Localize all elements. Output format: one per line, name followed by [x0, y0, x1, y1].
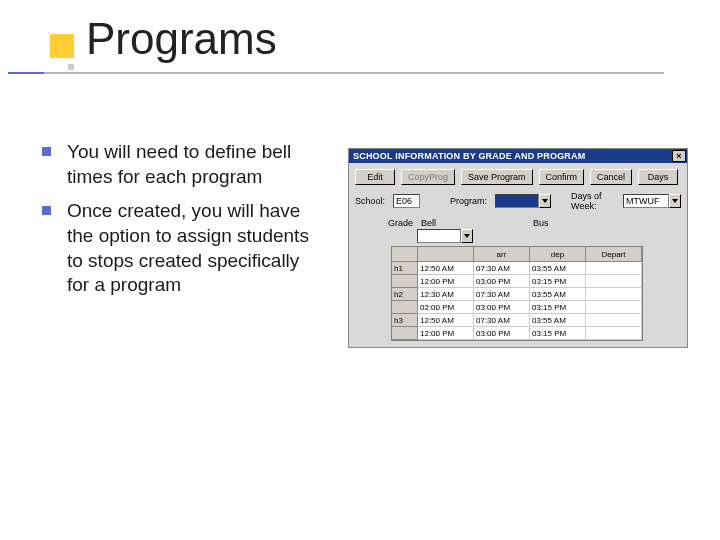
list-item: Once created, you will have the option t…	[42, 199, 322, 298]
bullet-square-icon	[42, 206, 51, 215]
grade-cell: h1	[392, 262, 418, 275]
bullet-square-icon	[42, 147, 51, 156]
table-subheader-row: arr dep Depart	[392, 247, 642, 262]
time-cell[interactable]	[586, 314, 642, 327]
table-row: h1 12:50 AM 07:30 AM 03:55 AM	[392, 262, 642, 275]
school-field[interactable]: E06	[393, 194, 420, 208]
table-row: 12:00 PM 03:00 PM 03:15 PM	[392, 327, 642, 340]
titlebar: SCHOOL INFORMATION BY GRADE AND PROGRAM …	[349, 149, 687, 163]
title-accent-notch	[68, 64, 74, 70]
grade-cell: h2	[392, 288, 418, 301]
col-header-depart: Depart	[586, 247, 642, 261]
app-window: SCHOOL INFORMATION BY GRADE AND PROGRAM …	[348, 148, 688, 348]
confirm-button[interactable]: Confirm	[539, 169, 585, 185]
time-cell[interactable]: 03:15 PM	[530, 275, 586, 288]
time-cell[interactable]: 12:50 AM	[418, 314, 474, 327]
time-cell[interactable]: 12:00 PM	[418, 275, 474, 288]
days-of-week-label: Days of Week:	[571, 191, 615, 211]
time-cell[interactable]: 07:30 AM	[474, 314, 530, 327]
fields-row: School: E06 Program: Days of Week: MTWUF	[349, 188, 687, 214]
grade-cell	[392, 327, 418, 340]
cancel-button[interactable]: Cancel	[590, 169, 632, 185]
time-cell[interactable]	[586, 288, 642, 301]
save-program-button[interactable]: Save Program	[461, 169, 533, 185]
time-cell[interactable]: 03:55 AM	[530, 288, 586, 301]
time-cell[interactable]	[586, 262, 642, 275]
title-accent-square	[50, 34, 74, 58]
chevron-down-icon[interactable]	[539, 194, 551, 208]
window-title: SCHOOL INFORMATION BY GRADE AND PROGRAM	[353, 151, 585, 161]
col-header	[418, 247, 474, 261]
time-cell[interactable]: 03:55 AM	[530, 262, 586, 275]
days-button[interactable]: Days	[638, 169, 678, 185]
time-cell[interactable]: 03:15 PM	[530, 327, 586, 340]
program-value	[495, 194, 539, 208]
time-cell[interactable]: 03:15 PM	[530, 301, 586, 314]
col-header-arr: arr	[474, 247, 530, 261]
slide-title: Programs	[86, 14, 277, 64]
school-label: School:	[355, 196, 385, 206]
time-cell[interactable]: 03:00 PM	[474, 301, 530, 314]
time-cell[interactable]: 12:00 PM	[418, 327, 474, 340]
close-button[interactable]: ×	[672, 150, 686, 162]
time-cell[interactable]: 02:00 PM	[418, 301, 474, 314]
edit-button[interactable]: Edit	[355, 169, 395, 185]
grade-cell: h3	[392, 314, 418, 327]
days-of-week-value: MTWUF	[623, 194, 669, 208]
time-cell[interactable]	[586, 275, 642, 288]
chevron-down-icon[interactable]	[669, 194, 681, 208]
bullet-text: You will need to define bell times for e…	[67, 140, 322, 189]
col-header-dep: dep	[530, 247, 586, 261]
time-cell[interactable]: 03:55 AM	[530, 314, 586, 327]
program-label: Program:	[450, 196, 487, 206]
copy-prog-button[interactable]: CopyProg	[401, 169, 455, 185]
bullet-list: You will need to define bell times for e…	[42, 140, 322, 308]
time-cell[interactable]	[586, 327, 642, 340]
title-rule-accent	[8, 72, 44, 74]
bell-filter-value	[417, 229, 461, 243]
toolbar: Edit CopyProg Save Program Confirm Cance…	[349, 163, 687, 188]
time-cell[interactable]: 03:00 PM	[474, 327, 530, 340]
table-row: 02:00 PM 03:00 PM 03:15 PM	[392, 301, 642, 314]
chevron-down-icon[interactable]	[461, 229, 473, 243]
time-cell[interactable]: 12:30 AM	[418, 288, 474, 301]
time-cell[interactable]: 12:50 AM	[418, 262, 474, 275]
bullet-text: Once created, you will have the option t…	[67, 199, 322, 298]
bell-times-table: Grade Bell Bus arr dep Depart	[349, 214, 687, 347]
grade-cell	[392, 275, 418, 288]
grade-cell	[392, 301, 418, 314]
table-corner	[392, 247, 418, 261]
table-row: 12:00 PM 03:00 PM 03:15 PM	[392, 275, 642, 288]
days-of-week-dropdown[interactable]: MTWUF	[623, 194, 681, 208]
time-cell[interactable]: 07:30 AM	[474, 262, 530, 275]
time-cell[interactable]	[586, 301, 642, 314]
time-cell[interactable]: 07:30 AM	[474, 288, 530, 301]
table-row: h3 12:50 AM 07:30 AM 03:55 AM	[392, 314, 642, 327]
bell-filter-dropdown[interactable]	[417, 229, 473, 243]
title-rule	[44, 72, 664, 74]
grade-header: Grade	[361, 218, 417, 228]
list-item: You will need to define bell times for e…	[42, 140, 322, 189]
time-cell[interactable]: 03:00 PM	[474, 275, 530, 288]
bell-header: Bell	[417, 218, 473, 228]
program-dropdown[interactable]	[495, 194, 551, 208]
bus-header: Bus	[529, 218, 585, 228]
table-row: h2 12:30 AM 07:30 AM 03:55 AM	[392, 288, 642, 301]
